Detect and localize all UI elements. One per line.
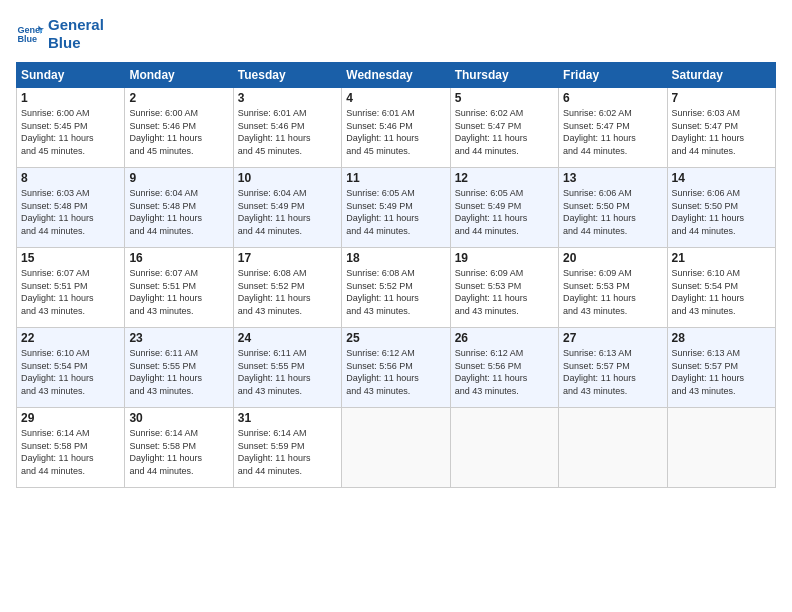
day-number: 26 [455,331,554,345]
day-number: 8 [21,171,120,185]
day-number: 3 [238,91,337,105]
day-info: Sunrise: 6:09 AM Sunset: 5:53 PM Dayligh… [455,267,554,317]
day-number: 27 [563,331,662,345]
calendar-cell: 14Sunrise: 6:06 AM Sunset: 5:50 PM Dayli… [667,168,775,248]
calendar-cell: 30Sunrise: 6:14 AM Sunset: 5:58 PM Dayli… [125,408,233,488]
calendar-cell: 12Sunrise: 6:05 AM Sunset: 5:49 PM Dayli… [450,168,558,248]
day-info: Sunrise: 6:02 AM Sunset: 5:47 PM Dayligh… [455,107,554,157]
day-number: 15 [21,251,120,265]
calendar-week-2: 8Sunrise: 6:03 AM Sunset: 5:48 PM Daylig… [17,168,776,248]
day-info: Sunrise: 6:12 AM Sunset: 5:56 PM Dayligh… [455,347,554,397]
day-number: 23 [129,331,228,345]
day-number: 13 [563,171,662,185]
day-number: 4 [346,91,445,105]
day-number: 7 [672,91,771,105]
page-header: General Blue General Blue [16,16,776,52]
day-number: 29 [21,411,120,425]
calendar-cell: 29Sunrise: 6:14 AM Sunset: 5:58 PM Dayli… [17,408,125,488]
calendar-cell: 18Sunrise: 6:08 AM Sunset: 5:52 PM Dayli… [342,248,450,328]
day-info: Sunrise: 6:08 AM Sunset: 5:52 PM Dayligh… [238,267,337,317]
day-number: 21 [672,251,771,265]
day-number: 24 [238,331,337,345]
day-number: 31 [238,411,337,425]
logo-text: General Blue [48,16,104,52]
day-info: Sunrise: 6:11 AM Sunset: 5:55 PM Dayligh… [238,347,337,397]
day-number: 12 [455,171,554,185]
header-day-sunday: Sunday [17,63,125,88]
header-day-monday: Monday [125,63,233,88]
day-number: 19 [455,251,554,265]
calendar-cell: 17Sunrise: 6:08 AM Sunset: 5:52 PM Dayli… [233,248,341,328]
calendar-cell: 28Sunrise: 6:13 AM Sunset: 5:57 PM Dayli… [667,328,775,408]
calendar-cell: 2Sunrise: 6:00 AM Sunset: 5:46 PM Daylig… [125,88,233,168]
calendar-week-4: 22Sunrise: 6:10 AM Sunset: 5:54 PM Dayli… [17,328,776,408]
calendar-cell [559,408,667,488]
day-info: Sunrise: 6:04 AM Sunset: 5:49 PM Dayligh… [238,187,337,237]
calendar-cell: 13Sunrise: 6:06 AM Sunset: 5:50 PM Dayli… [559,168,667,248]
calendar-cell [667,408,775,488]
day-info: Sunrise: 6:04 AM Sunset: 5:48 PM Dayligh… [129,187,228,237]
day-info: Sunrise: 6:05 AM Sunset: 5:49 PM Dayligh… [455,187,554,237]
day-info: Sunrise: 6:03 AM Sunset: 5:48 PM Dayligh… [21,187,120,237]
day-info: Sunrise: 6:00 AM Sunset: 5:46 PM Dayligh… [129,107,228,157]
header-row: SundayMondayTuesdayWednesdayThursdayFrid… [17,63,776,88]
day-info: Sunrise: 6:14 AM Sunset: 5:59 PM Dayligh… [238,427,337,477]
day-info: Sunrise: 6:13 AM Sunset: 5:57 PM Dayligh… [672,347,771,397]
header-day-wednesday: Wednesday [342,63,450,88]
day-info: Sunrise: 6:12 AM Sunset: 5:56 PM Dayligh… [346,347,445,397]
day-info: Sunrise: 6:07 AM Sunset: 5:51 PM Dayligh… [21,267,120,317]
day-info: Sunrise: 6:02 AM Sunset: 5:47 PM Dayligh… [563,107,662,157]
calendar-cell: 31Sunrise: 6:14 AM Sunset: 5:59 PM Dayli… [233,408,341,488]
day-number: 9 [129,171,228,185]
calendar-cell: 22Sunrise: 6:10 AM Sunset: 5:54 PM Dayli… [17,328,125,408]
calendar-cell: 24Sunrise: 6:11 AM Sunset: 5:55 PM Dayli… [233,328,341,408]
calendar-cell: 21Sunrise: 6:10 AM Sunset: 5:54 PM Dayli… [667,248,775,328]
logo: General Blue General Blue [16,16,104,52]
calendar-cell: 8Sunrise: 6:03 AM Sunset: 5:48 PM Daylig… [17,168,125,248]
day-info: Sunrise: 6:00 AM Sunset: 5:45 PM Dayligh… [21,107,120,157]
day-number: 22 [21,331,120,345]
calendar-cell: 27Sunrise: 6:13 AM Sunset: 5:57 PM Dayli… [559,328,667,408]
page-container: General Blue General Blue SundayMondayTu… [0,0,792,498]
header-day-thursday: Thursday [450,63,558,88]
day-number: 14 [672,171,771,185]
day-number: 28 [672,331,771,345]
calendar-cell: 16Sunrise: 6:07 AM Sunset: 5:51 PM Dayli… [125,248,233,328]
day-number: 25 [346,331,445,345]
calendar-cell: 25Sunrise: 6:12 AM Sunset: 5:56 PM Dayli… [342,328,450,408]
day-number: 6 [563,91,662,105]
day-info: Sunrise: 6:06 AM Sunset: 5:50 PM Dayligh… [563,187,662,237]
calendar-cell: 4Sunrise: 6:01 AM Sunset: 5:46 PM Daylig… [342,88,450,168]
calendar-cell: 5Sunrise: 6:02 AM Sunset: 5:47 PM Daylig… [450,88,558,168]
calendar-cell: 26Sunrise: 6:12 AM Sunset: 5:56 PM Dayli… [450,328,558,408]
calendar-cell [342,408,450,488]
calendar-week-3: 15Sunrise: 6:07 AM Sunset: 5:51 PM Dayli… [17,248,776,328]
calendar-cell: 23Sunrise: 6:11 AM Sunset: 5:55 PM Dayli… [125,328,233,408]
day-info: Sunrise: 6:03 AM Sunset: 5:47 PM Dayligh… [672,107,771,157]
svg-text:Blue: Blue [17,34,37,44]
day-number: 2 [129,91,228,105]
calendar-table: SundayMondayTuesdayWednesdayThursdayFrid… [16,62,776,488]
day-info: Sunrise: 6:13 AM Sunset: 5:57 PM Dayligh… [563,347,662,397]
calendar-cell: 19Sunrise: 6:09 AM Sunset: 5:53 PM Dayli… [450,248,558,328]
day-info: Sunrise: 6:08 AM Sunset: 5:52 PM Dayligh… [346,267,445,317]
day-number: 5 [455,91,554,105]
day-info: Sunrise: 6:09 AM Sunset: 5:53 PM Dayligh… [563,267,662,317]
day-number: 1 [21,91,120,105]
day-number: 20 [563,251,662,265]
calendar-week-1: 1Sunrise: 6:00 AM Sunset: 5:45 PM Daylig… [17,88,776,168]
day-number: 10 [238,171,337,185]
header-day-saturday: Saturday [667,63,775,88]
day-info: Sunrise: 6:05 AM Sunset: 5:49 PM Dayligh… [346,187,445,237]
day-info: Sunrise: 6:14 AM Sunset: 5:58 PM Dayligh… [21,427,120,477]
day-info: Sunrise: 6:06 AM Sunset: 5:50 PM Dayligh… [672,187,771,237]
day-info: Sunrise: 6:10 AM Sunset: 5:54 PM Dayligh… [21,347,120,397]
day-info: Sunrise: 6:11 AM Sunset: 5:55 PM Dayligh… [129,347,228,397]
calendar-cell: 9Sunrise: 6:04 AM Sunset: 5:48 PM Daylig… [125,168,233,248]
calendar-cell: 6Sunrise: 6:02 AM Sunset: 5:47 PM Daylig… [559,88,667,168]
calendar-cell [450,408,558,488]
day-info: Sunrise: 6:01 AM Sunset: 5:46 PM Dayligh… [346,107,445,157]
day-number: 18 [346,251,445,265]
calendar-cell: 15Sunrise: 6:07 AM Sunset: 5:51 PM Dayli… [17,248,125,328]
logo-icon: General Blue [16,20,44,48]
